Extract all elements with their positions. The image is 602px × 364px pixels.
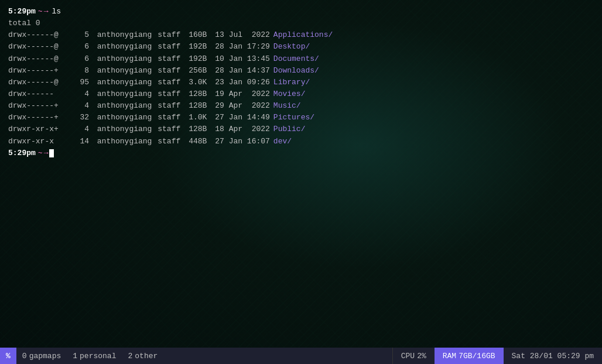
entry-name: Public/ (273, 123, 306, 135)
entry-owner: anthonygiang (93, 29, 152, 41)
dir-entry: drwx------+8 anthonygiang staff 256B 28 … (8, 65, 594, 77)
entry-links: 6 (73, 53, 89, 65)
datetime-value: Sat 28/01 05:29 pm (512, 352, 594, 360)
win-num: 0 (22, 352, 27, 360)
win-num: 2 (128, 352, 132, 360)
entry-group: staff (153, 29, 182, 41)
entry-links: 95 (73, 77, 89, 88)
entry-owner: anthonygiang (93, 136, 152, 147)
entry-date: 19 Apr 2022 (210, 88, 269, 100)
entry-date: 18 Apr 2022 (210, 123, 269, 135)
entry-owner: anthonygiang (93, 77, 152, 88)
dir-entry: drwx------+32 anthonygiang staff 1.0K 27… (8, 112, 594, 123)
entry-links: 8 (73, 65, 89, 77)
entry-owner: anthonygiang (93, 112, 152, 123)
prompt-time-1: 5:29pm (8, 6, 36, 18)
entry-size: 192B (183, 41, 207, 53)
entry-links: 4 (73, 88, 89, 100)
dir-entry: drwx------4 anthonygiang staff 128B 19 A… (8, 88, 594, 100)
prompt-line-2: 5:29pm ~ → (8, 147, 594, 159)
entry-perms: drwx------@ (8, 41, 73, 53)
entry-name: Documents/ (273, 53, 319, 65)
entry-date: 23 Jan 09:26 (210, 77, 269, 88)
tmux-window-0[interactable]: 0gapmaps (22, 352, 61, 360)
entry-group: staff (153, 123, 182, 135)
entry-owner: anthonygiang (93, 100, 152, 112)
entry-date: 10 Jan 13:45 (210, 53, 269, 65)
entry-size: 1.0K (183, 112, 207, 123)
dir-entry: drwxr-xr-x+4 anthonygiang staff 128B 18 … (8, 123, 594, 135)
entry-date: 27 Jan 14:49 (210, 112, 269, 123)
entry-perms: drwxr-xr-x+ (8, 123, 73, 135)
terminal-cursor (49, 149, 54, 157)
entry-owner: anthonygiang (93, 123, 152, 135)
cpu-value: 2% (417, 352, 426, 360)
tmux-prefix-indicator: % (0, 348, 16, 364)
cpu-label: CPU (401, 352, 415, 360)
entry-perms: drwx------@ (8, 29, 73, 41)
dir-entries-list: drwx------@5 anthonygiang staff 160B 13 … (8, 29, 594, 147)
win-name: gapmaps (29, 352, 61, 360)
entry-owner: anthonygiang (93, 53, 152, 65)
entry-owner: anthonygiang (93, 41, 152, 53)
entry-date: 27 Jan 16:07 (210, 136, 269, 147)
prompt-cmd: ls (52, 6, 61, 18)
prompt-tilde-1: ~ (38, 6, 43, 18)
entry-group: staff (153, 136, 182, 147)
ram-indicator: RAM 7GB/16GB (435, 348, 504, 364)
tmux-windows: 0gapmaps1personal2other (16, 348, 392, 364)
cpu-indicator: CPU 2% (392, 348, 435, 364)
entry-name: Pictures/ (273, 112, 314, 123)
prompt-arrow-2: → (44, 147, 49, 159)
entry-name: Desktop/ (273, 41, 310, 53)
percent-symbol: % (6, 352, 11, 360)
entry-name: Music/ (273, 100, 301, 112)
entry-group: staff (153, 77, 182, 88)
prompt-line-1: 5:29pm ~ → ls (8, 6, 594, 18)
entry-perms: drwx------+ (8, 65, 73, 77)
dir-entry: drwx------@95 anthonygiang staff 3.0K 23… (8, 77, 594, 88)
entry-perms: drwx------+ (8, 112, 73, 123)
dir-entry: drwx------+4 anthonygiang staff 128B 29 … (8, 100, 594, 112)
win-num: 1 (73, 352, 77, 360)
win-name: other (135, 352, 158, 360)
entry-group: staff (153, 53, 182, 65)
entry-name: Library/ (273, 77, 310, 88)
entry-size: 448B (183, 136, 207, 147)
entry-perms: drwx------@ (8, 77, 73, 88)
entry-perms: drwx------ (8, 88, 73, 100)
prompt-tilde-2: ~ (38, 147, 43, 159)
dir-entry: drwxr-xr-x14 anthonygiang staff 448B 27 … (8, 136, 594, 147)
terminal-output: 5:29pm ~ → ls total 0 drwx------@5 antho… (0, 0, 602, 348)
dir-entry: drwx------@6 anthonygiang staff 192B 28 … (8, 41, 594, 53)
entry-name: dev/ (273, 136, 292, 147)
datetime-display: Sat 28/01 05:29 pm (504, 348, 602, 364)
prompt-time-2: 5:29pm (8, 147, 36, 159)
prompt-arrow-1: → (44, 6, 49, 18)
entry-links: 4 (73, 123, 89, 135)
entry-group: staff (153, 41, 182, 53)
entry-links: 5 (73, 29, 89, 41)
dir-entry: drwx------@6 anthonygiang staff 192B 10 … (8, 53, 594, 65)
terminal-window: 5:29pm ~ → ls total 0 drwx------@5 antho… (0, 0, 602, 364)
status-bar: % 0gapmaps1personal2other CPU 2% RAM 7GB… (0, 348, 602, 364)
tmux-window-1[interactable]: 1personal (73, 352, 116, 360)
tmux-window-2[interactable]: 2other (128, 352, 158, 360)
entry-name: Movies/ (273, 88, 306, 100)
entry-owner: anthonygiang (93, 88, 152, 100)
entry-size: 128B (183, 88, 207, 100)
entry-size: 128B (183, 123, 207, 135)
entry-size: 3.0K (183, 77, 207, 88)
entry-group: staff (153, 88, 182, 100)
entry-size: 160B (183, 29, 207, 41)
win-name: personal (80, 352, 116, 360)
entry-date: 28 Jan 14:37 (210, 65, 269, 77)
entry-size: 128B (183, 100, 207, 112)
entry-date: 28 Jan 17:29 (210, 41, 269, 53)
entry-links: 4 (73, 100, 89, 112)
entry-size: 192B (183, 53, 207, 65)
entry-perms: drwx------+ (8, 100, 73, 112)
ram-label: RAM (443, 352, 456, 360)
total-line: total 0 (8, 18, 594, 29)
entry-perms: drwx------@ (8, 53, 73, 65)
